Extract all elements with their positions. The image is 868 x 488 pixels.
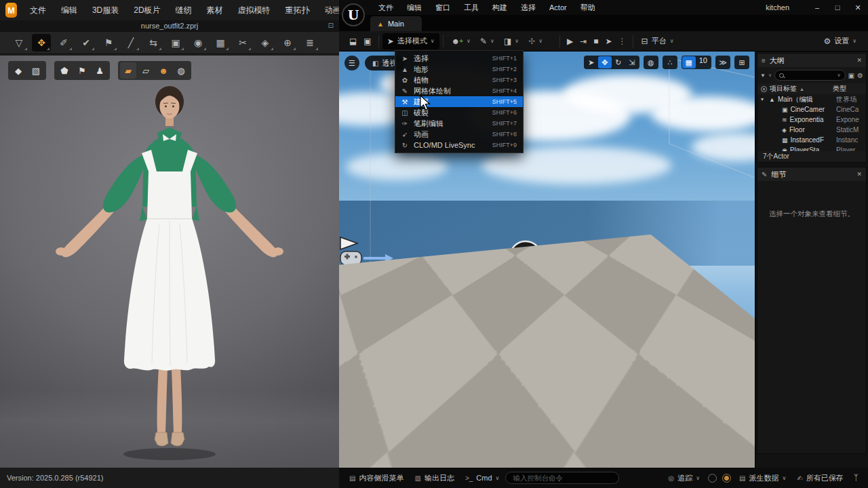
scale-tool-icon[interactable]: ⇲ bbox=[625, 56, 639, 68]
outliner-row[interactable]: ◉ PlayerSta Player bbox=[757, 145, 866, 151]
rotate-tool-icon[interactable]: ↻ bbox=[612, 56, 625, 68]
play-options-kebab[interactable]: ⋮ bbox=[616, 37, 629, 46]
pattern-tool[interactable]: ▣ bbox=[166, 34, 185, 52]
cinematics-button[interactable]: ◨ ∨ bbox=[499, 33, 524, 49]
mode-menu-item[interactable]: ↻ CLO/MD LiveSync SHIFT+9 bbox=[395, 140, 523, 150]
console-command-input[interactable] bbox=[505, 472, 619, 484]
ue-menu-item[interactable]: 帮助 bbox=[574, 0, 602, 15]
ue-menu-item[interactable]: 文件 bbox=[372, 0, 400, 15]
pin-tool[interactable]: ⚑ bbox=[99, 34, 118, 52]
md-menu-item[interactable]: 缝纫 bbox=[168, 0, 199, 20]
play-button[interactable]: ▶ bbox=[564, 37, 576, 46]
content-browser-icon[interactable]: ▣ bbox=[360, 37, 374, 46]
mode-menu-item[interactable]: ✿ 植物 SHIFT+3 bbox=[395, 75, 523, 85]
player-start-gizmo[interactable] bbox=[339, 233, 397, 274]
session-icon[interactable] bbox=[722, 474, 731, 483]
visibility-eye-icon[interactable] bbox=[761, 86, 767, 92]
mode-menu-item[interactable]: ◫ 破裂 SHIFT+6 bbox=[395, 107, 523, 118]
outliner-row[interactable]: ▾ ▲ Main（编辑 世界场 bbox=[757, 94, 866, 104]
mode-menu-item[interactable]: ⚒ 建模 SHIFT+5 bbox=[395, 96, 523, 107]
folder-icon[interactable]: ▣ bbox=[848, 72, 854, 79]
outliner-row[interactable]: ◈ Floor StaticM bbox=[757, 125, 866, 135]
output-log-button[interactable]: ▥ 输出日志 bbox=[410, 471, 458, 485]
ue-menu-item[interactable]: 构建 bbox=[486, 0, 514, 15]
outliner-search-input[interactable]: ∨ bbox=[774, 70, 846, 81]
cut-tool[interactable]: ✂ bbox=[233, 34, 252, 52]
tab-main[interactable]: ▲ Main bbox=[370, 16, 422, 31]
viewport-options-menu[interactable]: ☰ bbox=[344, 56, 359, 70]
show-avatar-icon[interactable]: ♟ bbox=[92, 62, 108, 79]
fabric-texture-icon[interactable]: ▰ bbox=[120, 62, 136, 79]
md-menu-item[interactable]: 2D板片 bbox=[126, 0, 167, 20]
md-menu-item[interactable]: 动画 bbox=[317, 0, 339, 20]
md-menu-item[interactable]: 文件 bbox=[22, 0, 54, 20]
brush-tool[interactable]: ✐ bbox=[54, 34, 73, 52]
trace-dropdown[interactable]: ◎ 追踪 ∨ bbox=[664, 471, 705, 485]
md-menu-item[interactable]: 重拓扑 bbox=[278, 0, 317, 20]
derived-data-dropdown[interactable]: ▤ 派生数据 ∨ bbox=[734, 471, 791, 485]
garment-fit-icon[interactable]: ▧ bbox=[28, 62, 44, 79]
close-button[interactable]: ✕ bbox=[848, 0, 868, 15]
undock-icon[interactable]: ⊡ bbox=[328, 20, 334, 31]
md-menu-item[interactable]: 素材 bbox=[199, 0, 231, 20]
minimize-button[interactable]: – bbox=[807, 0, 827, 15]
sewing-tool[interactable]: ╱ bbox=[121, 34, 140, 52]
outliner-row[interactable]: ▣ CineCamer CineCa bbox=[757, 104, 866, 115]
blueprints-button[interactable]: ✎ ∨ bbox=[475, 33, 499, 49]
close-icon[interactable]: ✕ bbox=[856, 57, 862, 64]
segment-sewing-tool[interactable]: ⇆ bbox=[144, 34, 163, 52]
stop-button[interactable]: ■ bbox=[590, 37, 601, 46]
editor-utility-button[interactable]: ✣ ∨ bbox=[524, 33, 547, 49]
fabric-mesh-icon[interactable]: ▱ bbox=[138, 62, 154, 79]
close-icon[interactable]: ✕ bbox=[856, 171, 862, 178]
ue-menu-item[interactable]: 工具 bbox=[457, 0, 486, 15]
avatar-nurse-outfit[interactable] bbox=[41, 75, 298, 468]
save-icon[interactable]: ⬓ bbox=[346, 37, 360, 46]
solid-view-icon[interactable]: ◆ bbox=[10, 62, 26, 79]
cmd-dropdown[interactable]: >_ Cmd ∨ bbox=[460, 471, 505, 485]
platforms-dropdown[interactable]: ⊟ 平台 ∨ bbox=[637, 33, 679, 49]
ue-menu-item[interactable]: Actor bbox=[542, 0, 574, 15]
gizmo-dropdown[interactable]: ▽ bbox=[9, 34, 28, 52]
select-tool[interactable]: ✔ bbox=[77, 34, 96, 52]
target-tool[interactable]: ⊕ bbox=[278, 34, 297, 52]
select-tool-icon[interactable]: ➤ bbox=[585, 56, 598, 68]
fold-tool[interactable]: ◉ bbox=[189, 34, 208, 52]
all-saved-button[interactable]: ✍ 所有已保存 bbox=[792, 471, 848, 485]
insights-icon[interactable] bbox=[708, 474, 717, 483]
mode-menu-item[interactable]: ➤ 选择 SHIFT+1 bbox=[395, 53, 523, 64]
zipper-tool[interactable]: ≣ bbox=[300, 34, 319, 52]
grid-snap-value[interactable]: 10 bbox=[696, 56, 711, 68]
grid-snap-toggle[interactable]: ▦ bbox=[682, 56, 696, 68]
light-gizmos[interactable] bbox=[502, 239, 556, 310]
show-garment-icon[interactable]: ⬟ bbox=[56, 62, 73, 79]
camera-speed-button[interactable]: ≫ bbox=[716, 56, 730, 68]
filter-icon[interactable]: ▼ bbox=[760, 73, 766, 79]
grid-tool[interactable]: ▦ bbox=[211, 34, 230, 52]
avatar-texture-icon[interactable]: ☻ bbox=[155, 62, 172, 79]
frame-skip-button[interactable]: ⇥ bbox=[576, 37, 590, 46]
settings-dropdown[interactable]: ⚙ 设置 ∨ bbox=[818, 33, 861, 49]
show-pin-icon[interactable]: ⚑ bbox=[74, 62, 90, 79]
mode-menu-item[interactable]: ✑ 笔刷编辑 SHIFT+7 bbox=[395, 118, 523, 129]
mode-menu-item[interactable]: ➶ 动画 SHIFT+8 bbox=[395, 129, 523, 140]
md-menu-item[interactable]: 3D服装 bbox=[85, 0, 126, 20]
world-local-toggle[interactable]: ◍ bbox=[644, 56, 658, 68]
move-tool[interactable]: ✥ bbox=[32, 34, 51, 52]
source-control-icon[interactable]: ᛉ bbox=[850, 473, 863, 483]
ue-menu-item[interactable]: 编辑 bbox=[400, 0, 429, 15]
outliner-settings-icon[interactable]: ⚙ bbox=[857, 72, 863, 79]
launch-button[interactable]: ➤ bbox=[602, 37, 616, 46]
avatar-wire-icon[interactable]: ◍ bbox=[173, 62, 189, 79]
md-3d-viewport[interactable]: ◆▧ ⬟⚑♟ ▰▱☻◍ bbox=[0, 56, 339, 468]
outliner-row[interactable]: ≋ Exponentia Expone bbox=[757, 115, 866, 125]
ue-menu-item[interactable]: 窗口 bbox=[429, 0, 457, 15]
mode-menu-item[interactable]: ▲ 地形 SHIFT+2 bbox=[395, 64, 523, 75]
ue-menu-item[interactable]: 选择 bbox=[514, 0, 542, 15]
maximize-button[interactable]: □ bbox=[827, 0, 848, 15]
sort-icon[interactable]: ▲ bbox=[800, 87, 804, 92]
add-actor-button[interactable]: ☻ + ∨ bbox=[447, 33, 475, 49]
expand-arrow-icon[interactable]: ▾ bbox=[761, 96, 766, 102]
maximize-viewport-button[interactable]: ⊞ bbox=[735, 56, 749, 68]
select-mode-dropdown[interactable]: ➤ 选择模式 ∨ bbox=[382, 33, 439, 49]
